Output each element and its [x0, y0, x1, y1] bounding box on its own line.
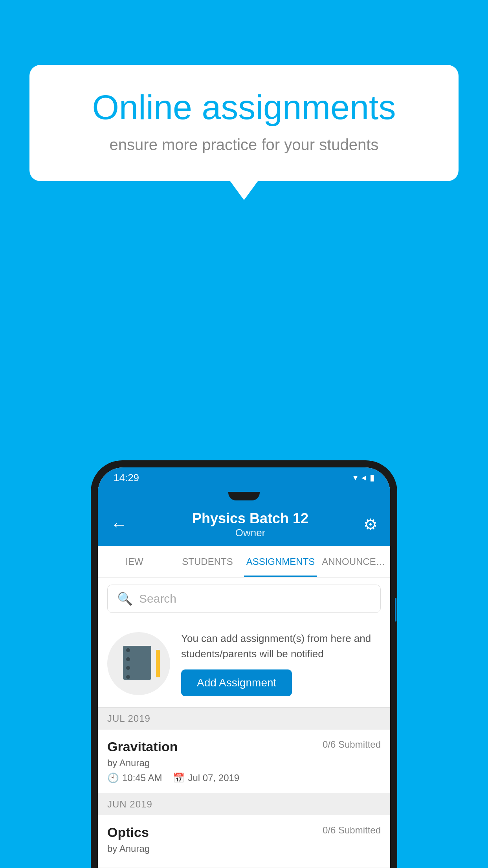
- assignment-row-top: Gravitation 0/6 Submitted: [107, 739, 381, 754]
- back-button[interactable]: ←: [110, 515, 128, 534]
- search-input[interactable]: Search: [139, 592, 176, 605]
- tab-students-label: STUDENTS: [182, 556, 233, 567]
- ring-1: [126, 648, 130, 652]
- promo-icon-circle: [107, 632, 170, 695]
- ring-3: [126, 666, 130, 670]
- notch: [98, 488, 390, 503]
- assignment-optics[interactable]: Optics 0/6 Submitted by Anurag: [98, 815, 390, 868]
- tab-students[interactable]: STUDENTS: [171, 546, 244, 577]
- scroll-indicator: [395, 598, 396, 622]
- tab-bar: IEW STUDENTS ASSIGNMENTS ANNOUNCE…: [98, 546, 390, 577]
- tab-iew[interactable]: IEW: [98, 546, 171, 577]
- assignment-date-gravitation: 📅 Jul 07, 2019: [173, 772, 239, 783]
- settings-icon[interactable]: ⚙: [363, 515, 378, 533]
- app-bar-title: Physics Batch 12: [137, 510, 363, 527]
- assignment-submitted-gravitation: 0/6 Submitted: [323, 739, 381, 750]
- time-value-gravitation: 10:45 AM: [122, 772, 162, 783]
- month-label-jun: JUN 2019: [107, 799, 152, 809]
- assignment-submitted-optics: 0/6 Submitted: [323, 825, 381, 836]
- month-label-jul: JUL 2019: [107, 713, 150, 724]
- bubble-title: Online assignments: [57, 88, 431, 127]
- notebook-icon: [123, 646, 154, 681]
- assignment-optics-row-top: Optics 0/6 Submitted: [107, 825, 381, 840]
- assignment-by-optics: by Anurag: [107, 843, 381, 854]
- clock-icon: 🕙: [107, 772, 119, 783]
- calendar-icon: 📅: [173, 772, 185, 783]
- promo-description: You can add assignment(s) from here and …: [181, 631, 381, 662]
- assignment-name-optics: Optics: [107, 825, 149, 840]
- ring-2: [126, 657, 130, 661]
- wifi-icon: ▾: [353, 473, 358, 483]
- notebook-rings: [126, 646, 130, 681]
- phone-screen: 14:29 ▾ ◂ ▮ ← Physics Batch 12 Owner ⚙ I…: [98, 467, 390, 868]
- pencil-icon: [156, 650, 160, 677]
- ring-4: [126, 675, 130, 679]
- phone-frame: 14:29 ▾ ◂ ▮ ← Physics Batch 12 Owner ⚙ I…: [91, 460, 397, 868]
- tab-announcements-label: ANNOUNCE…: [322, 556, 385, 567]
- tab-announcements[interactable]: ANNOUNCE…: [317, 546, 390, 577]
- battery-icon: ▮: [370, 473, 374, 483]
- notch-camera: [228, 492, 260, 500]
- speech-bubble: Online assignments ensure more practice …: [29, 65, 459, 181]
- search-bar[interactable]: 🔍 Search: [107, 585, 381, 613]
- search-container: 🔍 Search: [98, 577, 390, 620]
- app-bar-subtitle: Owner: [137, 527, 363, 539]
- assignment-name-gravitation: Gravitation: [107, 739, 178, 754]
- assignment-time-gravitation: 🕙 10:45 AM: [107, 772, 162, 783]
- assignment-by-gravitation: by Anurag: [107, 758, 381, 769]
- speech-bubble-container: Online assignments ensure more practice …: [29, 65, 459, 181]
- status-time: 14:29: [114, 472, 139, 484]
- add-assignment-promo: You can add assignment(s) from here and …: [98, 620, 390, 708]
- add-assignment-button[interactable]: Add Assignment: [181, 669, 292, 696]
- promo-text: You can add assignment(s) from here and …: [181, 631, 381, 696]
- search-icon: 🔍: [117, 591, 133, 606]
- app-bar: ← Physics Batch 12 Owner ⚙: [98, 503, 390, 546]
- assignment-meta-gravitation: 🕙 10:45 AM 📅 Jul 07, 2019: [107, 772, 381, 783]
- date-value-gravitation: Jul 07, 2019: [188, 772, 239, 783]
- signal-icon: ◂: [361, 473, 366, 483]
- month-header-jun: JUN 2019: [98, 793, 390, 815]
- assignment-gravitation[interactable]: Gravitation 0/6 Submitted by Anurag 🕙 10…: [98, 730, 390, 793]
- tab-iew-label: IEW: [125, 556, 143, 567]
- app-bar-title-group: Physics Batch 12 Owner: [137, 510, 363, 539]
- tab-assignments-label: ASSIGNMENTS: [246, 556, 315, 567]
- status-icons: ▾ ◂ ▮: [353, 473, 374, 483]
- tab-assignments[interactable]: ASSIGNMENTS: [244, 546, 317, 577]
- status-bar: 14:29 ▾ ◂ ▮: [98, 467, 390, 488]
- month-header-jul: JUL 2019: [98, 708, 390, 730]
- bubble-subtitle: ensure more practice for your students: [57, 136, 431, 154]
